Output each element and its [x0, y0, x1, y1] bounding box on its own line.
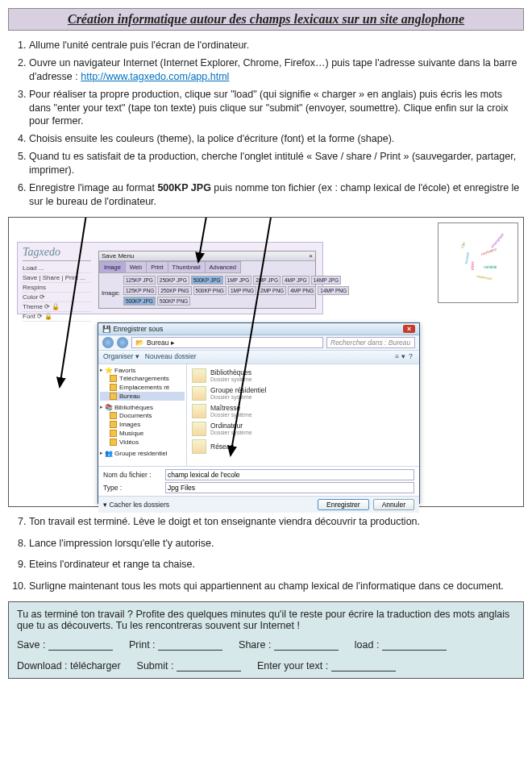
step-1: Allume l'unité centrale puis l'écran de … — [29, 39, 524, 52]
dialog-close-icon[interactable]: × — [403, 325, 415, 333]
sidebar-theme[interactable]: Theme ⟳ 🔒 — [23, 302, 91, 312]
size-chip[interactable]: 2MP PNG — [258, 286, 286, 295]
filename-field[interactable] — [165, 469, 414, 480]
tree-libraries[interactable]: 📚 Bibliothèques — [100, 404, 185, 411]
nav-back-icon[interactable] — [102, 337, 114, 348]
list-item[interactable]: OrdinateurDossier système — [192, 420, 414, 438]
vocab-item: Submit : — [137, 660, 241, 671]
filetype-field[interactable] — [165, 482, 414, 493]
figure-panel: recréation cartable maitresse trousse en… — [8, 217, 524, 507]
view-icons[interactable]: ≡ ▾ ？ — [395, 352, 414, 362]
steps-list-a: Allume l'unité centrale puis l'écran de … — [8, 39, 524, 209]
size-chip[interactable]: 4MP PNG — [288, 286, 316, 295]
steps-list-b: Ton travail est terminé. Lève le doigt e… — [8, 515, 524, 594]
tree-documents[interactable]: Documents — [100, 411, 185, 420]
save-menu-tabs: Image Web Print Thumbnail Advanced — [99, 261, 315, 273]
size-chip[interactable]: 1MP JPG — [225, 276, 252, 285]
sidebar-respins[interactable]: Respins — [23, 283, 91, 293]
tagxedo-link[interactable]: http://www.tagxedo.com/app.html — [81, 71, 229, 82]
filetype-label: Type : — [103, 484, 161, 492]
search-input[interactable]: Rechercher dans : Bureau — [326, 337, 415, 348]
wordcloud-preview: recréation cartable maitresse trousse en… — [438, 222, 518, 303]
folder-icon — [192, 386, 206, 401]
folder-icon — [192, 439, 206, 454]
size-chip[interactable]: 500KP JPG — [123, 297, 156, 306]
step-3: Pour réaliser ta propre production, cliq… — [29, 88, 524, 129]
size-chip[interactable]: 500KP PNG — [193, 286, 227, 295]
svg-text:élève: élève — [471, 260, 475, 269]
svg-text:maitresse: maitresse — [476, 274, 493, 281]
tree-homegroup[interactable]: 👥 Groupe résidentiel — [100, 450, 185, 457]
step-9: Eteins l'ordinateur et range ta chaise. — [29, 558, 524, 572]
save-menu-dialog: Save Menu× Image Web Print Thumbnail Adv… — [98, 251, 316, 309]
breadcrumb[interactable]: 📂Bureau▸ — [131, 337, 323, 348]
folder-icon — [192, 404, 206, 418]
list-item[interactable]: MaîtresseDossier système — [192, 402, 414, 420]
new-folder-button[interactable]: Nouveau dossier — [145, 352, 197, 360]
size-chip[interactable]: 125KP JPG — [123, 276, 156, 285]
bonus-intro: Tu as terminé ton travail ? Profite des … — [17, 609, 515, 631]
tagxedo-logo: Tagxedo — [23, 246, 91, 261]
vocab-item: Save : — [17, 639, 113, 651]
sidebar-load[interactable]: Load ... — [23, 264, 91, 273]
tab-thumbnail[interactable]: Thumbnail — [168, 261, 206, 273]
bonus-box: Tu as terminé ton travail ? Profite des … — [8, 601, 524, 679]
page-title: Création informatique autour des champs … — [8, 8, 524, 31]
cancel-button[interactable]: Annuler — [373, 499, 414, 510]
size-chip[interactable]: 4MP JPG — [282, 276, 310, 285]
sidebar-color[interactable]: Color ⟳ — [23, 293, 91, 302]
save-menu-title: Save Menu — [102, 252, 134, 260]
size-chip[interactable]: 250KP PNG — [158, 286, 191, 295]
size-chip[interactable]: 1MP PNG — [228, 286, 256, 295]
tree-favorites[interactable]: ⭐ Favoris — [100, 367, 185, 374]
step-6: Enregistre l'image au format 500KP JPG p… — [29, 181, 524, 209]
tab-advanced[interactable]: Advanced — [205, 261, 241, 273]
tagxedo-sidebar: Load ... Save | Share | Print ... Respin… — [23, 264, 91, 322]
tree-music[interactable]: Musique — [100, 429, 185, 438]
folder-tree: ⭐ Favoris Téléchargements Emplacements r… — [98, 364, 187, 466]
organize-menu[interactable]: Organiser ▾ — [103, 352, 139, 360]
list-item[interactable]: BibliothèquesDossier système — [192, 367, 414, 385]
tree-videos[interactable]: Vidéos — [100, 438, 185, 447]
vocab-item: load : — [355, 639, 447, 651]
step-5: Quand tu es satisfait de ta production, … — [29, 150, 524, 177]
size-chip[interactable]: 250KP JPG — [157, 276, 189, 285]
save-menu-close-icon[interactable]: × — [309, 252, 313, 260]
tree-desktop[interactable]: Bureau — [100, 392, 185, 401]
svg-text:recréation: recréation — [480, 247, 497, 256]
vocab-item: Enter your text : — [257, 660, 396, 671]
save-button[interactable]: Enregistrer — [318, 499, 369, 510]
tree-images[interactable]: Images — [100, 420, 185, 429]
step-7: Ton travail est terminé. Lève le doigt e… — [29, 515, 524, 529]
tab-print[interactable]: Print — [146, 261, 168, 273]
list-item[interactable]: Groupe résidentielDossier système — [192, 385, 414, 402]
sidebar-font[interactable]: Font ⟳ 🔒 — [23, 312, 91, 322]
size-chip[interactable]: 500KP PNG — [157, 297, 190, 306]
step-4: Choisis ensuite les couleurs (theme), la… — [29, 132, 524, 146]
size-chip[interactable]: 2MP JPG — [253, 276, 281, 285]
tab-web[interactable]: Web — [125, 261, 147, 273]
vocab-item: Download : télécharger — [17, 660, 121, 671]
vocab-item: Share : — [239, 639, 339, 651]
tab-image[interactable]: Image — [99, 261, 126, 273]
list-item[interactable]: Réseau — [192, 438, 414, 455]
folder-icon — [192, 368, 206, 383]
tree-recent[interactable]: Emplacements ré — [100, 383, 185, 392]
nav-fwd-icon[interactable] — [117, 337, 128, 348]
image-label: Image: — [102, 289, 120, 297]
sidebar-save-share-print[interactable]: Save | Share | Print ... — [23, 273, 91, 283]
tree-downloads[interactable]: Téléchargements — [100, 374, 185, 383]
step-8: Lance l'impression lorsqu'elle t'y autor… — [29, 537, 524, 551]
tagxedo-panel: Tagxedo Load ... Save | Share | Print ..… — [17, 242, 323, 314]
vocab-item: Print : — [129, 639, 222, 651]
size-chip[interactable]: 14MP JPG — [311, 276, 341, 285]
folder-icon — [192, 422, 206, 436]
file-list: BibliothèquesDossier systèmeGroupe résid… — [187, 364, 419, 466]
svg-text:enseignant: enseignant — [490, 232, 505, 249]
size-chip[interactable]: 125KP PNG — [123, 286, 156, 295]
size-chip[interactable]: 14MP PNG — [318, 286, 349, 295]
hide-folders-toggle[interactable]: Cacher les dossiers — [103, 501, 169, 509]
filename-label: Nom du fichier : — [103, 471, 161, 479]
size-chip[interactable]: 500KP JPG — [191, 276, 223, 285]
dialog-title: 💾 Enregistrer sous — [102, 325, 163, 333]
